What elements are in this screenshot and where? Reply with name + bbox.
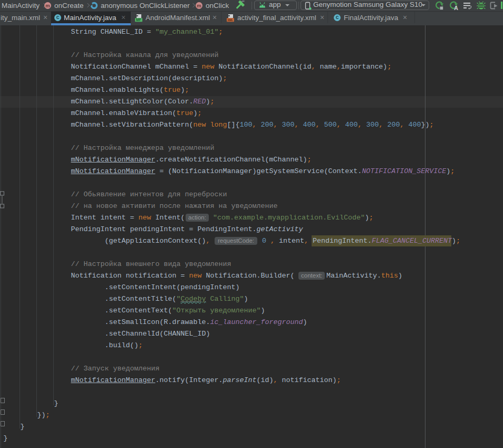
svg-text:A: A <box>454 5 458 11</box>
svg-text:MF: MF <box>136 18 141 22</box>
svg-text:XML: XML <box>228 18 234 22</box>
